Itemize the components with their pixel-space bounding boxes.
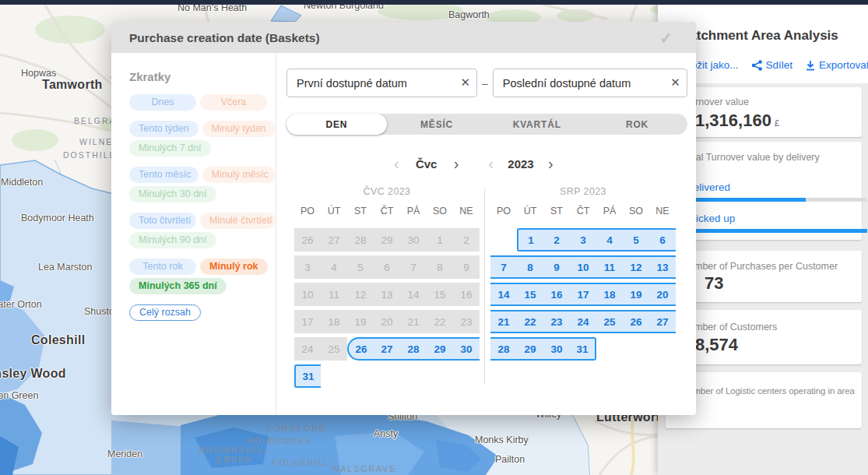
day-cell[interactable]: 31: [570, 337, 596, 361]
day-cell[interactable]: 18: [321, 310, 347, 333]
shortcut-minulých-365-dní[interactable]: Minulých 365 dní: [129, 278, 227, 294]
start-date-input[interactable]: [287, 69, 476, 97]
day-cell[interactable]: 19: [623, 283, 649, 306]
day-cell[interactable]: 21: [490, 310, 517, 333]
day-cell[interactable]: 11: [321, 283, 347, 306]
day-cell[interactable]: 26: [347, 337, 374, 361]
day-cell[interactable]: 30: [453, 337, 480, 361]
day-cell[interactable]: 20: [374, 310, 400, 333]
clear-end-icon[interactable]: ✕: [670, 76, 680, 90]
stat-label: Number of Customers: [682, 322, 862, 332]
day-cell[interactable]: 10: [294, 283, 321, 306]
day-cell[interactable]: 4: [321, 255, 347, 279]
next-year-chevron-icon[interactable]: ›: [548, 157, 553, 171]
day-cell[interactable]: 9: [543, 255, 570, 279]
day-cell[interactable]: 6: [649, 228, 676, 252]
day-cell[interactable]: 9: [453, 255, 480, 279]
day-cell[interactable]: 10: [570, 255, 596, 279]
day-cell[interactable]: 15: [427, 283, 453, 306]
day-cell[interactable]: 12: [347, 283, 374, 306]
day-cell[interactable]: 17: [570, 283, 596, 306]
day-cell[interactable]: 22: [427, 310, 453, 333]
day-cell[interactable]: 27: [374, 337, 400, 361]
day-cell[interactable]: 25: [596, 310, 623, 333]
day-cell[interactable]: 28: [400, 337, 427, 361]
day-cell[interactable]: 30: [543, 337, 570, 361]
day-cell[interactable]: 11: [596, 255, 623, 279]
day-cell[interactable]: 25: [321, 337, 347, 361]
day-cell[interactable]: 6: [374, 255, 400, 279]
day-cell[interactable]: 8: [427, 255, 453, 279]
day-cell[interactable]: 8: [517, 255, 543, 279]
day-cell[interactable]: 24: [294, 337, 321, 361]
shortcut-dnes[interactable]: Dnes: [129, 94, 196, 111]
day-cell[interactable]: 20: [649, 283, 676, 306]
tab-mesic[interactable]: MĚSÍC: [387, 114, 487, 135]
share-button[interactable]: Sdílet: [752, 59, 793, 71]
shortcut-minulých-30-dní[interactable]: Minulých 30 dní: [129, 186, 216, 202]
shortcut-minulý-rok[interactable]: Minulý rok: [200, 259, 268, 275]
day-cell[interactable]: 21: [400, 310, 427, 333]
day-cell[interactable]: 23: [453, 310, 480, 333]
shortcut-tento-rok[interactable]: Tento rok: [129, 259, 196, 275]
tab-den[interactable]: DEN: [286, 114, 387, 135]
shortcut-minulý-týden[interactable]: Minulý týden: [202, 121, 276, 137]
day-cell[interactable]: 14: [400, 283, 427, 306]
shortcut-minulé-čtvrtletí[interactable]: Minulé čtvrtletí: [200, 213, 276, 229]
shortcut-minulých-90-dní[interactable]: Minulých 90 dní: [129, 232, 216, 248]
tab-kvartal[interactable]: KVARTÁL: [487, 114, 587, 135]
end-date-input[interactable]: [494, 69, 687, 97]
day-cell[interactable]: 26: [623, 310, 649, 333]
day-cell[interactable]: 1: [427, 228, 453, 252]
day-cell[interactable]: 28: [347, 228, 374, 252]
shortcut-včera[interactable]: Včera: [200, 94, 267, 111]
day-cell[interactable]: 17: [294, 310, 321, 333]
day-cell[interactable]: 16: [453, 283, 480, 306]
day-cell[interactable]: 30: [400, 228, 427, 252]
day-cell[interactable]: 1: [517, 228, 543, 252]
day-cell[interactable]: 5: [623, 228, 649, 252]
shortcut-tento-měsíc[interactable]: Tento měsíc: [129, 167, 199, 183]
confirm-check-icon[interactable]: ✓: [655, 28, 677, 48]
export-button[interactable]: Exportovat: [806, 59, 868, 71]
day-cell[interactable]: 28: [490, 337, 517, 361]
day-cell[interactable]: 7: [490, 255, 517, 279]
next-month-chevron-icon[interactable]: ›: [454, 157, 459, 171]
day-cell[interactable]: 27: [649, 310, 676, 333]
day-cell[interactable]: 14: [490, 283, 517, 306]
day-cell[interactable]: 16: [543, 283, 570, 306]
day-cell[interactable]: 24: [570, 310, 596, 333]
picked-up-link[interactable]: Picked up: [689, 213, 862, 224]
day-cell[interactable]: 4: [596, 228, 623, 252]
day-cell[interactable]: 18: [596, 283, 623, 306]
day-cell[interactable]: 3: [570, 228, 596, 252]
shortcut-celý-rozsah[interactable]: Celý rozsah: [129, 304, 201, 321]
day-cell[interactable]: 3: [294, 255, 321, 279]
day-cell[interactable]: 13: [649, 255, 676, 279]
shortcut-minulý-měsíc[interactable]: Minulý měsíc: [202, 167, 276, 183]
delivered-link[interactable]: Delivered: [686, 181, 862, 193]
day-cell[interactable]: 2: [453, 228, 480, 252]
tab-rok[interactable]: ROK: [587, 114, 687, 135]
shortcut-minulých-7-dní[interactable]: Minulých 7 dní: [129, 140, 211, 157]
day-cell[interactable]: 7: [400, 255, 427, 279]
day-cell[interactable]: 31: [294, 364, 321, 388]
day-cell[interactable]: 12: [623, 255, 649, 279]
day-cell[interactable]: 26: [294, 228, 321, 252]
day-cell[interactable]: 29: [517, 337, 543, 361]
day-cell[interactable]: 29: [427, 337, 453, 361]
day-cell[interactable]: 22: [517, 310, 543, 333]
day-cell[interactable]: 27: [321, 228, 347, 252]
clear-start-icon[interactable]: ✕: [460, 76, 470, 90]
shortcut-toto-čtvrtletí[interactable]: Toto čtvrtletí: [129, 213, 196, 229]
day-cell[interactable]: 2: [543, 228, 570, 252]
day-cell[interactable]: 29: [374, 228, 400, 252]
day-cell[interactable]: 15: [517, 283, 543, 306]
prev-month-chevron-icon[interactable]: ‹: [394, 157, 399, 171]
day-cell[interactable]: 23: [543, 310, 570, 333]
shortcut-tento-týden[interactable]: Tento týden: [129, 121, 199, 137]
prev-year-chevron-icon[interactable]: ‹: [488, 157, 494, 171]
day-cell[interactable]: 5: [347, 255, 374, 279]
day-cell[interactable]: 19: [347, 310, 374, 333]
day-cell[interactable]: 13: [374, 283, 400, 306]
